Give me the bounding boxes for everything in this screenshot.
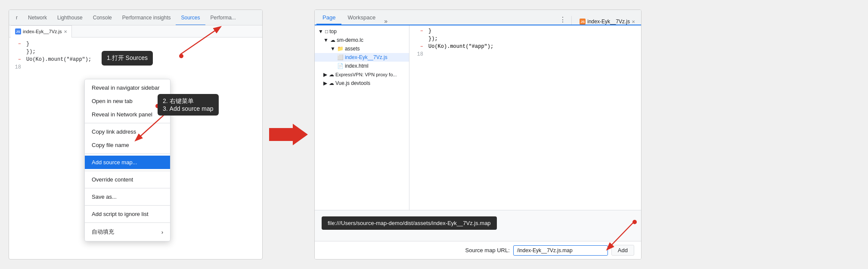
tree-item-index-html[interactable]: 📄 index.html	[315, 62, 409, 70]
menu-separator-2	[85, 153, 170, 154]
menu-item-copy-filename[interactable]: Copy file name	[85, 138, 170, 152]
tab-performance[interactable]: Performa...	[205, 10, 241, 25]
big-arrow-svg	[269, 124, 308, 145]
triangle-closed2-icon: ▶	[323, 80, 327, 86]
menu-item-autofill[interactable]: 自动填充 ›	[85, 225, 170, 239]
right-tab-page[interactable]: Page	[316, 11, 341, 25]
right-tab-workspace[interactable]: Workspace	[341, 11, 381, 25]
right-line-num-4: 18	[415, 50, 423, 58]
tree-item-assets[interactable]: ▼ 📁 assets	[315, 44, 409, 53]
tree-item-sm-demo-label: sm-demo.lc	[337, 37, 363, 43]
right-line-num-3: –	[415, 43, 423, 50]
right-line-num-2	[415, 35, 423, 43]
tree-item-vuejs[interactable]: ▶ ☁ Vue.js devtools	[315, 79, 409, 88]
tab-performance-insights[interactable]: Performance insights	[117, 10, 176, 25]
panel-transition-arrow	[263, 124, 314, 145]
tab-network[interactable]: Network	[23, 10, 52, 25]
code-content-2: });	[26, 48, 36, 56]
tab-sources[interactable]: Sources	[176, 10, 205, 25]
code-content-3: Uo(Ko).mount("#app");	[26, 56, 91, 63]
right-devtools-panel: Page Workspace » ⋮ JS index-Eyk__7Vz.js …	[314, 9, 642, 260]
right-file-icon: JS	[580, 19, 586, 25]
right-file-tab[interactable]: JS index-Eyk__7Vz.js ✕	[575, 19, 639, 25]
url-bar-section: file:///Users/source-map-demo/dist/asset…	[315, 210, 641, 241]
tab-console[interactable]: Console	[88, 10, 117, 25]
menu-item-copy-link[interactable]: Copy link address	[85, 125, 170, 138]
tree-item-top[interactable]: ▼ □ top	[315, 27, 409, 36]
devtools-tab-bar: r Network Lighthouse Console Performance…	[9, 10, 262, 25]
file-tab-bar: JS index-Eyk__7Vz.js ✕	[9, 25, 262, 38]
menu-separator-6	[85, 222, 170, 223]
right-code-content-1: }	[428, 27, 431, 35]
tab-r[interactable]: r	[11, 10, 23, 25]
right-code-line-2: });	[409, 35, 641, 43]
menu-separator-3	[85, 171, 170, 171]
menu-item-reveal-navigator[interactable]: Reveal in navigator sidebar	[85, 81, 170, 94]
source-map-input-row: Source map URL: Add	[315, 241, 641, 259]
right-code-content-3: Uo(Ko).mount("#app");	[428, 43, 493, 50]
source-map-url-input[interactable]	[513, 245, 608, 256]
code-editor-right: – } }); – Uo(Ko).mount("#app"); 18	[409, 25, 641, 210]
menu-separator-1	[85, 123, 170, 123]
file-tab-label: index-Eyk__7Vz.js	[23, 29, 62, 34]
menu-item-override-content[interactable]: Override content	[85, 173, 170, 186]
right-line-num-1: –	[415, 27, 423, 35]
more-tabs-btn[interactable]: »	[381, 18, 390, 25]
tree-item-assets-label: assets	[345, 46, 360, 52]
folder-icon: 📁	[337, 46, 344, 52]
red-dot-1	[179, 54, 183, 58]
annotation-line2: 3. Add source map	[163, 105, 214, 112]
tree-item-vuejs-label: Vue.js devtools	[335, 80, 370, 86]
tree-item-top-icon: □	[325, 28, 328, 34]
tab-menu: ⋮	[558, 14, 568, 25]
tree-item-expressvpn[interactable]: ▶ ☁ ExpressVPN: VPN proxy fo...	[315, 70, 409, 79]
tab-menu-btn[interactable]: ⋮	[558, 14, 568, 25]
source-map-url-label: Source map URL:	[465, 247, 510, 253]
right-file-tab-label: index-Eyk__7Vz.js	[587, 19, 630, 25]
file-tab-active[interactable]: JS index-Eyk__7Vz.js ✕	[11, 25, 72, 38]
file-tab-close-btn[interactable]: ✕	[64, 29, 67, 34]
submenu-arrow-icon: ›	[161, 229, 163, 235]
menu-separator-5	[85, 205, 170, 206]
line-num-4: 18	[12, 63, 21, 71]
source-map-add-button[interactable]: Add	[611, 245, 634, 256]
code-line-1: – }	[9, 40, 262, 48]
right-code-line-1: – }	[409, 27, 641, 35]
tab-lighthouse[interactable]: Lighthouse	[52, 10, 88, 25]
red-dot-right	[632, 220, 637, 224]
annotation-bubble-open-sources: 1.打开 Sources	[102, 51, 153, 66]
file-js-icon: ⬜	[337, 54, 344, 60]
tree-item-index-js[interactable]: ⬜ index-Eyk__7Vz.js	[315, 53, 409, 62]
tree-item-index-js-label: index-Eyk__7Vz.js	[345, 54, 388, 60]
tree-item-index-html-label: index.html	[345, 63, 369, 69]
triangle-open2-icon: ▼	[330, 46, 335, 52]
file-html-icon: 📄	[337, 63, 344, 69]
triangle-closed-icon: ▶	[323, 72, 327, 78]
right-panel-body: ▼ □ top ▼ ☁ sm-demo.lc ▼ 📁 assets ⬜ inde…	[315, 25, 641, 210]
file-icon: JS	[15, 28, 21, 34]
menu-item-add-source-map[interactable]: Add source map...	[85, 156, 170, 169]
menu-item-save-as[interactable]: Save as...	[85, 190, 170, 203]
line-num-2	[12, 48, 21, 56]
file-tree: ▼ □ top ▼ ☁ sm-demo.lc ▼ 📁 assets ⬜ inde…	[315, 25, 409, 210]
triangle-open-icon: ▼	[323, 37, 329, 43]
line-num-1: –	[12, 40, 21, 48]
annotation-line1: 2. 右键菜单	[163, 97, 194, 104]
cloud-icon: ☁	[330, 37, 335, 43]
svg-marker-2	[269, 124, 308, 145]
right-code-line-4: 18	[409, 50, 641, 58]
code-content-1: }	[26, 40, 29, 48]
line-num-3: –	[12, 56, 21, 63]
annotation-bubble-context-menu: 2. 右键菜单 3. Add source map	[158, 94, 219, 116]
left-devtools-panel: r Network Lighthouse Console Performance…	[9, 9, 263, 260]
triangle-icon: ▼	[318, 28, 323, 34]
tree-item-sm-demo[interactable]: ▼ ☁ sm-demo.lc	[315, 36, 409, 44]
tree-item-top-label: top	[329, 28, 337, 34]
url-label: file:///Users/source-map-demo/dist/asset…	[322, 216, 497, 230]
right-devtools-tab-bar: Page Workspace » ⋮ JS index-Eyk__7Vz.js …	[315, 10, 641, 25]
menu-separator-4	[85, 188, 170, 188]
cloud3-icon: ☁	[329, 80, 334, 86]
right-code-line-3: – Uo(Ko).mount("#app");	[409, 43, 641, 50]
menu-item-add-ignore[interactable]: Add script to ignore list	[85, 207, 170, 221]
right-file-tab-close[interactable]: ✕	[632, 19, 635, 24]
